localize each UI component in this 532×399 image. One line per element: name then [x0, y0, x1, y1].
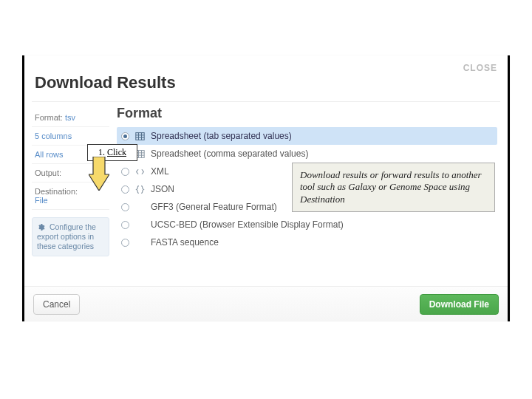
format-option-label: FASTA sequence	[151, 237, 219, 248]
svg-rect-0	[136, 132, 144, 140]
format-option-label: Spreadsheet (tab separated values)	[151, 131, 292, 141]
sidebar-row-columns[interactable]: 5 columns	[32, 127, 109, 146]
gear-icon	[37, 223, 45, 231]
divider	[32, 101, 500, 102]
radio-icon	[121, 185, 129, 194]
grid-icon	[135, 132, 145, 141]
format-option-tsv[interactable]: Spreadsheet (tab separated values)	[117, 127, 497, 145]
format-option-fasta[interactable]: FASTA sequence	[117, 233, 497, 251]
sidebar-label: Format:	[35, 113, 63, 122]
page-frame: CLOSE Download Results Format: tsv 5 col…	[0, 0, 532, 399]
radio-icon	[121, 168, 129, 176]
sidebar-value: File	[35, 196, 48, 205]
radio-icon	[121, 132, 129, 140]
format-option-label: Spreadsheet (comma separated values)	[151, 149, 308, 159]
blank-icon	[135, 202, 145, 212]
radio-icon	[121, 203, 129, 211]
section-title-format: Format	[117, 106, 497, 121]
sidebar-value: All rows	[35, 150, 64, 159]
sidebar-label: Output:	[35, 168, 61, 177]
braces-icon	[135, 185, 145, 194]
sidebar-row-format[interactable]: Format: tsv	[32, 109, 109, 127]
format-option-csv[interactable]: Spreadsheet (comma separated values)	[117, 145, 497, 163]
format-option-label: XML	[151, 166, 169, 177]
radio-icon	[121, 221, 129, 229]
annotation-step-text: Click	[107, 147, 126, 157]
cancel-button[interactable]: Cancel	[33, 294, 80, 315]
configure-tip: Configure the export options in these ca…	[32, 217, 109, 256]
sidebar-value: tsv	[65, 113, 75, 122]
close-button[interactable]: CLOSE	[463, 63, 497, 73]
format-option-label: UCSC-BED (Browser Extensible Display For…	[151, 219, 344, 230]
format-option-label: GFF3 (General Feature Format)	[151, 202, 277, 212]
sidebar-value: 5 columns	[35, 132, 72, 140]
blank-icon	[135, 220, 145, 230]
sidebar-label: Destination:	[35, 187, 78, 196]
annotation-description: Download results or forward results to a…	[292, 163, 495, 212]
svg-marker-10	[89, 157, 109, 191]
modal-footer: Cancel Download File	[24, 286, 508, 321]
radio-icon	[121, 239, 129, 247]
configure-tip-text: Configure the export options in these ca…	[37, 222, 96, 250]
download-file-button[interactable]: Download File	[420, 294, 499, 315]
code-icon	[135, 167, 145, 177]
format-option-label: JSON	[151, 184, 174, 194]
blank-icon	[135, 238, 145, 248]
annotation-step-number: 1.	[98, 147, 105, 157]
format-option-ucsc-bed[interactable]: UCSC-BED (Browser Extensible Display For…	[117, 216, 497, 233]
modal-title: Download Results	[35, 73, 176, 92]
